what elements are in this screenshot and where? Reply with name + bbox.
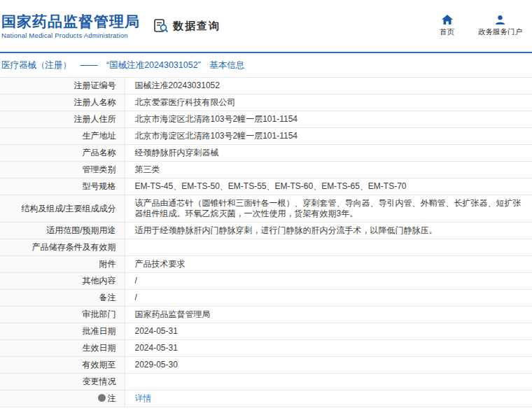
home-icon <box>442 15 453 25</box>
table-row: 注详情 <box>0 391 532 407</box>
row-value: 北京市海淀区北清路103号2幢一层101-1154 <box>125 111 532 128</box>
row-value: 适用于经颈静脉肝内门静脉穿刺，进行门静脉的肝内分流手术，以降低门静脉压。 <box>125 223 532 239</box>
row-label: 注册人住所 <box>0 111 125 128</box>
row-value: 2024-05-31 <box>125 323 532 340</box>
table-row: 审批部门国家药品监督管理局 <box>0 307 532 323</box>
row-value: 北京爱霖医疗科技有限公司 <box>125 94 532 111</box>
data-query-icon <box>153 18 169 34</box>
row-label: 注册证编号 <box>0 78 125 94</box>
row-label: 审批部门 <box>0 307 125 323</box>
row-value: / <box>125 273 532 290</box>
table-row: 有效期至2029-05-30 <box>0 357 532 374</box>
row-label: 结构及组成/主要组成成分 <box>0 195 125 223</box>
nav-home-label: 首页 <box>440 27 454 37</box>
data-query-label: 数据查询 <box>173 20 220 33</box>
info-table: 注册证编号国械注准20243031052注册人名称北京爱霖医疗科技有限公司注册人… <box>0 77 532 407</box>
row-value: 北京市海淀区北清路103号2幢一层101-1154 <box>125 128 532 145</box>
row-value: 国械注准20243031052 <box>125 78 532 94</box>
row-value <box>125 239 532 256</box>
table-row: 其他内容/ <box>0 273 532 290</box>
logo-subtitle: National Medical Products Administration <box>1 31 145 39</box>
table-row: 适用范围/预期用途适用于经颈静脉肝内门静脉穿刺，进行门静脉的肝内分流手术，以降低… <box>0 223 532 239</box>
table-row: 备注/ <box>0 290 532 307</box>
logo-title: 国家药品监督管理局 <box>1 13 145 30</box>
table-row: 产品名称经颈静脉肝内穿刺器械 <box>0 145 532 162</box>
table-row: 变更情况 <box>0 374 532 391</box>
row-label: 其他内容 <box>0 273 125 290</box>
table-row: 生效日期2024-05-31 <box>0 340 532 357</box>
row-label: 适用范围/预期用途 <box>0 223 125 239</box>
table-row: 结构及组成/主要组成成分该产品由通芯针（圆锥针和三面针各一根）、穿刺套管、导向器… <box>0 195 532 223</box>
table-row: 型号规格EM-TS-45、EM-TS-50、EM-TS-55、EM-TS-60、… <box>0 178 532 195</box>
user-icon <box>495 15 505 25</box>
row-label: 注 <box>0 391 125 407</box>
row-label: 变更情况 <box>0 374 125 391</box>
row-value: / <box>125 290 532 307</box>
breadcrumb: 医疗器械（注册） —— “国械注准20243031052” 基本信息 <box>0 53 532 77</box>
detail-link[interactable]: 详情 <box>135 393 152 403</box>
row-label: 产品储存条件及有效期 <box>0 239 125 256</box>
nav-portal-label: 政务服务门户 <box>478 27 522 37</box>
row-label: 备注 <box>0 290 125 307</box>
row-value: 详情 <box>125 391 532 407</box>
table-row: 注册人名称北京爱霖医疗科技有限公司 <box>0 94 532 111</box>
note-icon <box>98 394 106 402</box>
table-row: 管理类别第三类 <box>0 162 532 178</box>
table-row: 附件产品技术要求 <box>0 256 532 273</box>
row-label: 生产地址 <box>0 128 125 145</box>
row-label: 管理类别 <box>0 162 125 178</box>
nav-home[interactable]: 首页 <box>440 15 454 37</box>
row-value: 2024-05-31 <box>125 340 532 357</box>
row-value: 第三类 <box>125 162 532 178</box>
row-value: 2029-05-30 <box>125 357 532 374</box>
row-label: 生效日期 <box>0 340 125 357</box>
site-header: 国家药品监督管理局 National Medical Products Admi… <box>0 0 532 53</box>
table-row: 产品储存条件及有效期 <box>0 239 532 256</box>
nmpa-logo: 国家药品监督管理局 National Medical Products Admi… <box>1 13 145 39</box>
row-value: 该产品由通芯针（圆锥针和三面针各一根）、穿刺套管、导向器、导引内管、外鞘管、长扩… <box>125 195 532 223</box>
table-row: 注册证编号国械注准20243031052 <box>0 78 532 94</box>
table-row: 批准日期2024-05-31 <box>0 323 532 340</box>
row-value: 经颈静脉肝内穿刺器械 <box>125 145 532 162</box>
nav-portal[interactable]: 政务服务门户 <box>478 15 522 37</box>
table-row: 注册人住所北京市海淀区北清路103号2幢一层101-1154 <box>0 111 532 128</box>
row-label: 型号规格 <box>0 178 125 195</box>
row-label: 批准日期 <box>0 323 125 340</box>
row-label: 产品名称 <box>0 145 125 162</box>
info-table-body: 注册证编号国械注准20243031052注册人名称北京爱霖医疗科技有限公司注册人… <box>0 78 532 407</box>
row-label: 有效期至 <box>0 357 125 374</box>
row-value: 产品技术要求 <box>125 256 532 273</box>
data-query-section: 数据查询 <box>153 18 220 34</box>
row-label: 附件 <box>0 256 125 273</box>
row-value: 国家药品监督管理局 <box>125 307 532 323</box>
table-row: 生产地址北京市海淀区北清路103号2幢一层101-1154 <box>0 128 532 145</box>
row-value: EM-TS-45、EM-TS-50、EM-TS-55、EM-TS-60、EM-T… <box>125 178 532 195</box>
row-label: 注册人名称 <box>0 94 125 111</box>
row-value <box>125 374 532 391</box>
